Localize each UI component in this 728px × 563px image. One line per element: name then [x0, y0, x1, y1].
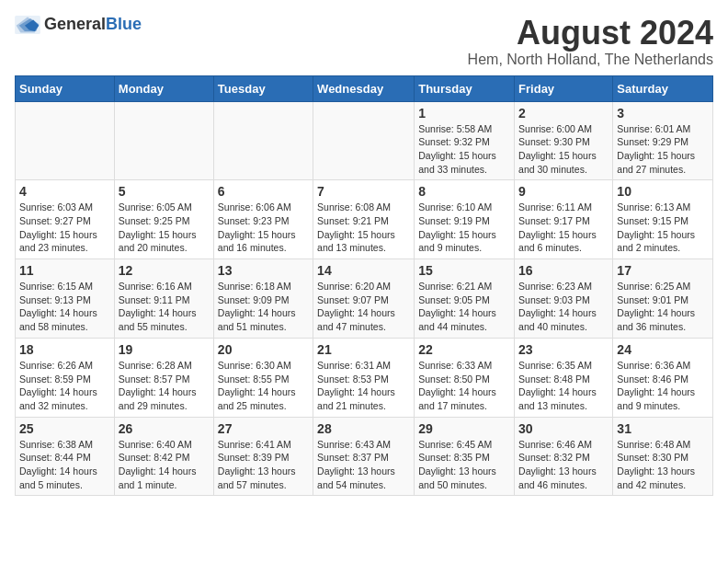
day-info: Sunrise: 6:03 AM Sunset: 9:27 PM Dayligh… — [19, 201, 110, 255]
logo: General Blue — [15, 15, 142, 34]
day-number: 27 — [218, 421, 309, 436]
day-number: 1 — [418, 106, 510, 121]
day-number: 10 — [617, 184, 709, 199]
day-number: 23 — [518, 342, 609, 357]
day-info: Sunrise: 6:40 AM Sunset: 8:42 PM Dayligh… — [119, 438, 210, 492]
calendar-cell: 6Sunrise: 6:06 AM Sunset: 9:23 PM Daylig… — [213, 180, 313, 259]
main-title: August 2024 — [468, 15, 713, 52]
day-info: Sunrise: 6:20 AM Sunset: 9:07 PM Dayligh… — [317, 280, 410, 334]
day-number: 20 — [218, 342, 309, 357]
day-number: 14 — [317, 263, 410, 278]
calendar-cell — [16, 101, 115, 180]
day-info: Sunrise: 6:31 AM Sunset: 8:53 PM Dayligh… — [317, 359, 410, 413]
weekday-header: Sunday — [16, 75, 115, 101]
calendar-cell: 23Sunrise: 6:35 AM Sunset: 8:48 PM Dayli… — [515, 338, 613, 417]
day-info: Sunrise: 6:05 AM Sunset: 9:25 PM Dayligh… — [119, 201, 210, 255]
calendar-cell: 29Sunrise: 6:45 AM Sunset: 8:35 PM Dayli… — [415, 417, 515, 496]
calendar-cell: 27Sunrise: 6:41 AM Sunset: 8:39 PM Dayli… — [213, 417, 313, 496]
calendar-cell: 20Sunrise: 6:30 AM Sunset: 8:55 PM Dayli… — [213, 338, 313, 417]
calendar-cell: 11Sunrise: 6:15 AM Sunset: 9:13 PM Dayli… — [16, 259, 115, 339]
day-info: Sunrise: 6:18 AM Sunset: 9:09 PM Dayligh… — [218, 280, 309, 334]
calendar-cell: 16Sunrise: 6:23 AM Sunset: 9:03 PM Dayli… — [515, 259, 613, 339]
calendar-cell: 4Sunrise: 6:03 AM Sunset: 9:27 PM Daylig… — [16, 180, 115, 259]
calendar-cell: 25Sunrise: 6:38 AM Sunset: 8:44 PM Dayli… — [16, 417, 115, 496]
day-number: 28 — [317, 421, 410, 436]
day-number: 22 — [418, 342, 510, 357]
calendar-cell: 26Sunrise: 6:40 AM Sunset: 8:42 PM Dayli… — [114, 417, 213, 496]
calendar-cell — [313, 101, 415, 180]
calendar-cell: 30Sunrise: 6:46 AM Sunset: 8:32 PM Dayli… — [515, 417, 613, 496]
day-info: Sunrise: 6:25 AM Sunset: 9:01 PM Dayligh… — [617, 280, 709, 334]
weekday-header: Tuesday — [213, 75, 313, 101]
day-info: Sunrise: 6:30 AM Sunset: 8:55 PM Dayligh… — [218, 359, 309, 413]
calendar-week-row: 1Sunrise: 5:58 AM Sunset: 9:32 PM Daylig… — [16, 101, 713, 180]
calendar-cell: 12Sunrise: 6:16 AM Sunset: 9:11 PM Dayli… — [114, 259, 213, 339]
weekday-header: Friday — [515, 75, 613, 101]
calendar-cell: 1Sunrise: 5:58 AM Sunset: 9:32 PM Daylig… — [415, 101, 515, 180]
calendar-cell: 13Sunrise: 6:18 AM Sunset: 9:09 PM Dayli… — [213, 259, 313, 339]
day-info: Sunrise: 6:48 AM Sunset: 8:30 PM Dayligh… — [617, 438, 709, 492]
calendar-cell: 10Sunrise: 6:13 AM Sunset: 9:15 PM Dayli… — [613, 180, 713, 259]
day-number: 3 — [617, 106, 709, 121]
weekday-header: Saturday — [613, 75, 713, 101]
day-info: Sunrise: 5:58 AM Sunset: 9:32 PM Dayligh… — [418, 122, 510, 177]
calendar-table: SundayMondayTuesdayWednesdayThursdayFrid… — [15, 75, 713, 497]
day-number: 19 — [119, 342, 210, 357]
calendar-cell: 21Sunrise: 6:31 AM Sunset: 8:53 PM Dayli… — [313, 338, 415, 417]
day-number: 16 — [518, 263, 609, 278]
day-info: Sunrise: 6:36 AM Sunset: 8:46 PM Dayligh… — [617, 359, 709, 413]
calendar-cell: 2Sunrise: 6:00 AM Sunset: 9:30 PM Daylig… — [515, 101, 613, 180]
weekday-header: Monday — [114, 75, 213, 101]
logo-blue: Blue — [106, 15, 142, 34]
day-number: 8 — [418, 184, 510, 199]
day-number: 21 — [317, 342, 410, 357]
day-number: 7 — [317, 184, 410, 199]
calendar-cell: 7Sunrise: 6:08 AM Sunset: 9:21 PM Daylig… — [313, 180, 415, 259]
calendar-cell: 24Sunrise: 6:36 AM Sunset: 8:46 PM Dayli… — [613, 338, 713, 417]
day-number: 24 — [617, 342, 709, 357]
day-number: 9 — [518, 184, 609, 199]
calendar-cell: 28Sunrise: 6:43 AM Sunset: 8:37 PM Dayli… — [313, 417, 415, 496]
calendar-week-row: 4Sunrise: 6:03 AM Sunset: 9:27 PM Daylig… — [16, 180, 713, 259]
day-number: 5 — [119, 184, 210, 199]
calendar-cell: 18Sunrise: 6:26 AM Sunset: 8:59 PM Dayli… — [16, 338, 115, 417]
day-number: 31 — [617, 421, 709, 436]
calendar-week-row: 18Sunrise: 6:26 AM Sunset: 8:59 PM Dayli… — [16, 338, 713, 417]
day-number: 2 — [518, 106, 609, 121]
day-info: Sunrise: 6:13 AM Sunset: 9:15 PM Dayligh… — [617, 201, 709, 255]
day-number: 15 — [418, 263, 510, 278]
calendar-cell: 8Sunrise: 6:10 AM Sunset: 9:19 PM Daylig… — [415, 180, 515, 259]
day-number: 30 — [518, 421, 609, 436]
day-info: Sunrise: 6:28 AM Sunset: 8:57 PM Dayligh… — [119, 359, 210, 413]
header-area: General Blue August 2024 Hem, North Holl… — [15, 15, 713, 68]
calendar-cell: 17Sunrise: 6:25 AM Sunset: 9:01 PM Dayli… — [613, 259, 713, 339]
day-number: 26 — [119, 421, 210, 436]
day-number: 25 — [19, 421, 110, 436]
weekday-header: Wednesday — [313, 75, 415, 101]
calendar-cell: 15Sunrise: 6:21 AM Sunset: 9:05 PM Dayli… — [415, 259, 515, 339]
day-info: Sunrise: 6:41 AM Sunset: 8:39 PM Dayligh… — [218, 438, 309, 492]
logo-general: General — [44, 15, 106, 34]
day-info: Sunrise: 6:23 AM Sunset: 9:03 PM Dayligh… — [518, 280, 609, 334]
day-info: Sunrise: 6:33 AM Sunset: 8:50 PM Dayligh… — [418, 359, 510, 413]
subtitle: Hem, North Holland, The Netherlands — [468, 52, 713, 68]
title-area: August 2024 Hem, North Holland, The Neth… — [468, 15, 713, 68]
calendar-cell: 5Sunrise: 6:05 AM Sunset: 9:25 PM Daylig… — [114, 180, 213, 259]
day-number: 12 — [119, 263, 210, 278]
calendar-cell: 22Sunrise: 6:33 AM Sunset: 8:50 PM Dayli… — [415, 338, 515, 417]
day-info: Sunrise: 6:46 AM Sunset: 8:32 PM Dayligh… — [518, 438, 609, 492]
calendar-cell: 31Sunrise: 6:48 AM Sunset: 8:30 PM Dayli… — [613, 417, 713, 496]
calendar-cell: 19Sunrise: 6:28 AM Sunset: 8:57 PM Dayli… — [114, 338, 213, 417]
weekday-header-row: SundayMondayTuesdayWednesdayThursdayFrid… — [16, 75, 713, 101]
day-number: 6 — [218, 184, 309, 199]
day-info: Sunrise: 6:15 AM Sunset: 9:13 PM Dayligh… — [19, 280, 110, 334]
day-number: 18 — [19, 342, 110, 357]
day-info: Sunrise: 6:08 AM Sunset: 9:21 PM Dayligh… — [317, 201, 410, 255]
calendar-cell — [114, 101, 213, 180]
weekday-header: Thursday — [415, 75, 515, 101]
day-number: 13 — [218, 263, 309, 278]
calendar-cell: 9Sunrise: 6:11 AM Sunset: 9:17 PM Daylig… — [515, 180, 613, 259]
day-info: Sunrise: 6:35 AM Sunset: 8:48 PM Dayligh… — [518, 359, 609, 413]
day-info: Sunrise: 6:38 AM Sunset: 8:44 PM Dayligh… — [19, 438, 110, 492]
day-info: Sunrise: 6:01 AM Sunset: 9:29 PM Dayligh… — [617, 122, 709, 177]
